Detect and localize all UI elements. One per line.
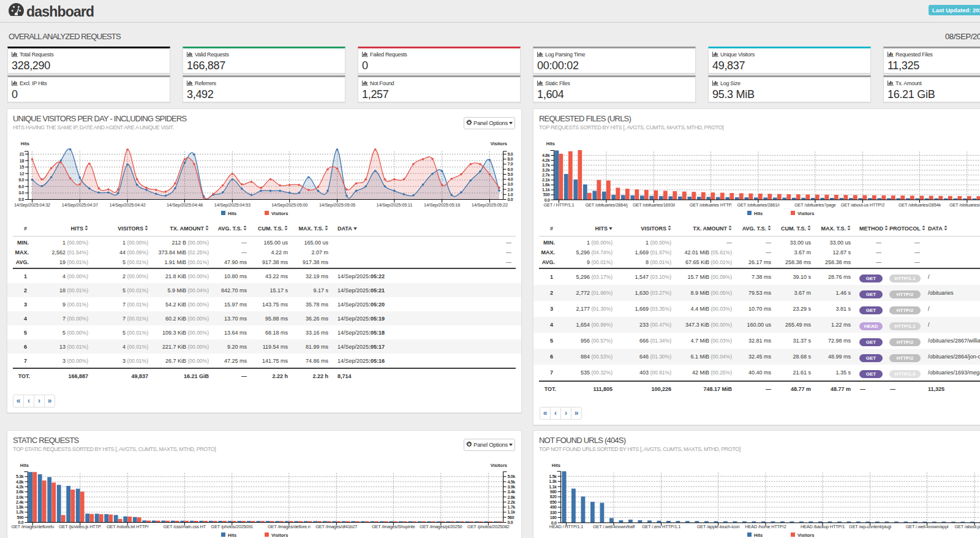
svg-text:160: 160 bbox=[550, 515, 557, 520]
svg-text:5.0: 5.0 bbox=[508, 172, 513, 176]
svg-text:Hits: Hits bbox=[754, 211, 763, 216]
svg-text:Visitors: Visitors bbox=[271, 532, 288, 538]
svg-text:8.0: 8.0 bbox=[508, 157, 513, 161]
svg-text:15: 15 bbox=[20, 165, 24, 169]
svg-text:18: 18 bbox=[20, 159, 24, 163]
svg-text:GET /images/pi/20250: GET /images/pi/20250 bbox=[420, 524, 462, 529]
svg-text:9.0: 9.0 bbox=[18, 178, 24, 182]
svg-text:6.0: 6.0 bbox=[18, 184, 24, 189]
svg-text:GET /wp-content/plugi: GET /wp-content/plugi bbox=[849, 524, 891, 529]
svg-text:Hits: Hits bbox=[228, 211, 236, 216]
svg-text:HEAD /home HTTP/2: HEAD /home HTTP/2 bbox=[745, 524, 786, 529]
svg-text:14/Sep/2025:05:16: 14/Sep/2025:05:16 bbox=[424, 202, 460, 208]
svg-text:4.5k: 4.5k bbox=[508, 480, 516, 484]
svg-text:820: 820 bbox=[550, 494, 557, 499]
svg-text:3.0: 3.0 bbox=[18, 191, 24, 195]
svg-text:GET /about.php HTT: GET /about.php HTT bbox=[955, 524, 980, 529]
svg-text:3.6k: 3.6k bbox=[16, 490, 24, 494]
svg-text:14/Sep/2025:04:37: 14/Sep/2025:04:37 bbox=[62, 202, 98, 208]
svg-text:GET /images/deflore.n: GET /images/deflore.n bbox=[268, 524, 311, 529]
svg-text:4.2k: 4.2k bbox=[542, 158, 550, 162]
svg-text:Hits: Hits bbox=[21, 141, 29, 146]
svg-text:Hits: Hits bbox=[552, 463, 560, 468]
svg-text:GET / HTTP/1.1: GET / HTTP/1.1 bbox=[543, 202, 574, 208]
svg-text:Hits: Hits bbox=[754, 532, 763, 538]
svg-text:3.4k: 3.4k bbox=[508, 490, 516, 494]
svg-text:980: 980 bbox=[550, 490, 557, 494]
svg-text:14/Sep/2025:04:53: 14/Sep/2025:04:53 bbox=[214, 202, 251, 208]
svg-text:6.0: 6.0 bbox=[508, 167, 513, 172]
svg-text:5.0k: 5.0k bbox=[508, 474, 516, 479]
svg-text:Visitors: Visitors bbox=[797, 211, 814, 216]
svg-text:Hits: Hits bbox=[228, 532, 236, 538]
svg-text:GET /images/deflorefu: GET /images/deflorefu bbox=[11, 524, 54, 529]
svg-text:330: 330 bbox=[550, 510, 557, 515]
svg-text:1.8k: 1.8k bbox=[16, 505, 24, 509]
svg-text:14/Sep/2025:04:48: 14/Sep/2025:04:48 bbox=[167, 202, 203, 208]
svg-text:GET /.env HTTP/1.1: GET /.env HTTP/1.1 bbox=[642, 524, 680, 529]
svg-text:3.7k: 3.7k bbox=[542, 163, 550, 167]
svg-text:14/Sep/2025:05:22: 14/Sep/2025:05:22 bbox=[472, 202, 508, 208]
svg-text:GET /images/df41b27: GET /images/df41b27 bbox=[315, 524, 357, 529]
svg-text:4.2k: 4.2k bbox=[16, 485, 24, 489]
svg-text:GET /photos/2025091: GET /photos/2025091 bbox=[211, 524, 253, 529]
svg-text:Hits: Hits bbox=[20, 463, 29, 468]
svg-text:GET /robots.txt HTTP/: GET /robots.txt HTTP/ bbox=[107, 524, 149, 529]
svg-text:1.1k: 1.1k bbox=[542, 188, 550, 192]
svg-text:0.0: 0.0 bbox=[508, 197, 513, 202]
svg-text:1.7k: 1.7k bbox=[508, 505, 516, 509]
svg-text:0.0: 0.0 bbox=[18, 197, 24, 202]
svg-text:GET /obituaries/2864/j: GET /obituaries/2864/j bbox=[585, 202, 628, 208]
svg-text:1.3k: 1.3k bbox=[549, 479, 557, 483]
svg-text:2.1k: 2.1k bbox=[542, 178, 550, 182]
svg-text:1.5k: 1.5k bbox=[549, 474, 557, 479]
svg-text:GET /obituaries?page: GET /obituaries?page bbox=[794, 202, 836, 208]
svg-text:12: 12 bbox=[20, 172, 24, 176]
svg-text:14/Sep/2025:05:05: 14/Sep/2025:05:05 bbox=[319, 202, 355, 208]
svg-text:7.0: 7.0 bbox=[508, 162, 513, 166]
svg-text:2.8k: 2.8k bbox=[508, 495, 516, 499]
svg-text:2.2k: 2.2k bbox=[508, 500, 516, 504]
svg-text:HEAD /backup HTTP/1: HEAD /backup HTTP/1 bbox=[801, 524, 845, 529]
svg-text:1.6k: 1.6k bbox=[542, 183, 550, 187]
svg-text:GET /css/main.css HT: GET /css/main.css HT bbox=[164, 524, 206, 529]
svg-text:GET /apple-touch-icon: GET /apple-touch-icon bbox=[697, 524, 740, 529]
svg-text:5.3k: 5.3k bbox=[16, 474, 24, 479]
svg-text:GET /.well-known/appl: GET /.well-known/appl bbox=[906, 524, 949, 529]
svg-text:3.2k: 3.2k bbox=[542, 168, 550, 172]
svg-text:3.9k: 3.9k bbox=[508, 485, 516, 489]
svg-text:2.7k: 2.7k bbox=[542, 173, 550, 177]
svg-text:Visitors: Visitors bbox=[491, 141, 507, 146]
svg-text:590: 590 bbox=[17, 515, 24, 520]
svg-text:GET /photos/2025082: GET /photos/2025082 bbox=[467, 524, 509, 529]
svg-text:1.1k: 1.1k bbox=[508, 510, 516, 514]
svg-text:530: 530 bbox=[543, 192, 550, 197]
svg-text:Hits: Hits bbox=[546, 141, 555, 146]
svg-text:GET /js/video.js HTTP.: GET /js/video.js HTTP. bbox=[59, 524, 102, 529]
svg-text:650: 650 bbox=[550, 500, 557, 504]
svg-text:GET /obituaries/1693/i: GET /obituaries/1693/i bbox=[633, 202, 676, 208]
svg-text:2.4k: 2.4k bbox=[16, 500, 24, 504]
svg-text:560: 560 bbox=[508, 515, 514, 520]
svg-text:1.1k: 1.1k bbox=[549, 485, 557, 489]
svg-text:1.0: 1.0 bbox=[508, 192, 513, 197]
svg-text:GET /obituaries/2854k: GET /obituaries/2854k bbox=[899, 202, 941, 208]
svg-text:4.8k: 4.8k bbox=[16, 480, 24, 484]
svg-text:Visitors: Visitors bbox=[491, 463, 507, 468]
svg-text:1.2k: 1.2k bbox=[16, 510, 24, 514]
svg-text:GET /obituaries/28: GET /obituaries/28 bbox=[949, 202, 980, 208]
svg-text:21: 21 bbox=[20, 152, 24, 156]
svg-text:GET /about-us HTTP/2: GET /about-us HTTP/2 bbox=[841, 202, 885, 208]
svg-text:GET /images/ShopInte: GET /images/ShopInte bbox=[372, 524, 415, 529]
svg-text:0.0: 0.0 bbox=[545, 198, 550, 202]
svg-text:GET /.well-known/traff: GET /.well-known/traff bbox=[593, 524, 635, 529]
svg-text:14/Sep/2025:04:32: 14/Sep/2025:04:32 bbox=[14, 202, 50, 208]
svg-text:3.0: 3.0 bbox=[508, 182, 513, 186]
svg-text:Visitors: Visitors bbox=[271, 211, 288, 216]
svg-text:2.0: 2.0 bbox=[508, 188, 513, 192]
svg-text:GET /obituaries HTTP.: GET /obituaries HTTP. bbox=[690, 202, 733, 208]
svg-text:14/Sep/2025:05:11: 14/Sep/2025:05:11 bbox=[377, 202, 413, 208]
svg-text:14/Sep/2025:04:42: 14/Sep/2025:04:42 bbox=[110, 202, 146, 208]
svg-text:GET /obituaries/2861/i: GET /obituaries/2861/i bbox=[737, 202, 780, 208]
svg-text:HEAD / HTTP/1.1: HEAD / HTTP/1.1 bbox=[549, 524, 583, 529]
